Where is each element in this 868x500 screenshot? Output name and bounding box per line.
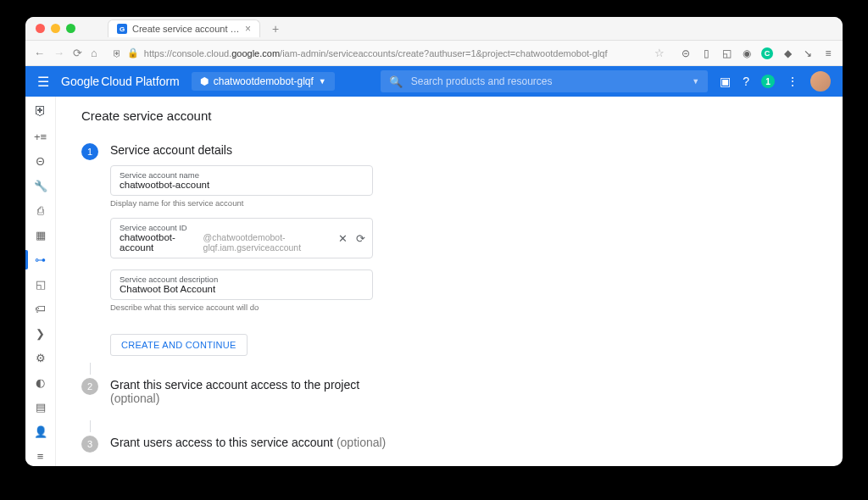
reload-button[interactable]: ⟳ — [73, 47, 82, 59]
browser-tab[interactable]: G Create service account – IAM & × — [108, 19, 260, 37]
page-title: Create service account — [81, 108, 817, 123]
ext-icon[interactable]: C — [761, 47, 773, 59]
service-account-name-field[interactable]: Service account name chatwootbot-account — [110, 165, 373, 196]
tab-title: Create service account – IAM & — [132, 24, 240, 34]
close-window-button[interactable] — [36, 24, 45, 33]
step-connector — [90, 420, 91, 432]
search-input[interactable]: 🔍 Search products and resources ▼ — [381, 70, 708, 92]
field-label: Service account description — [120, 275, 364, 284]
step-1: 1 Service account details Service accoun… — [81, 143, 817, 356]
field-label: Service account name — [120, 170, 364, 180]
window-titlebar: G Create service account – IAM & × + — [25, 17, 843, 41]
cloud-shell-icon[interactable]: ▣ — [720, 75, 731, 88]
gcp-header: ☰ Google Cloud Platform ⬢ chatwootdemobo… — [25, 66, 843, 97]
service-account-id-field[interactable]: Service account ID chatwootbot-account @… — [110, 218, 373, 258]
caret-down-icon: ▼ — [692, 77, 699, 86]
ext-icon[interactable]: ⊝ — [680, 47, 692, 59]
rail-icon[interactable]: ◱ — [33, 278, 48, 291]
rail-icon[interactable]: ≡ — [33, 450, 48, 463]
new-tab-button[interactable]: + — [272, 22, 279, 36]
step-title: Grant users access to this service accou… — [110, 436, 817, 449]
ext-icon[interactable]: ◉ — [741, 47, 753, 59]
maximize-window-button[interactable] — [66, 24, 75, 33]
step-title: Service account details — [110, 143, 373, 157]
traffic-lights — [36, 24, 75, 33]
field-value: chatwootbot-account — [120, 180, 364, 190]
extension-icons: ⊝ ▯ ◱ ◉ C ◆ ↘ ≡ — [680, 47, 834, 59]
shield-icon: ⛨ — [113, 48, 122, 58]
minimize-window-button[interactable] — [51, 24, 60, 33]
step-3[interactable]: 3 Grant users access to this service acc… — [81, 436, 817, 458]
back-button[interactable]: ← — [34, 47, 45, 59]
avatar[interactable] — [810, 71, 831, 92]
more-icon[interactable]: ⋮ — [787, 75, 798, 88]
address-bar: ← → ⟳ ⌂ ⛨ 🔒 https://console.cloud.google… — [25, 41, 843, 66]
content-area: ⛨ +≡ Θ 🔧 ⎙ ▦ ⊶ ◱ 🏷 ❯ ⚙ ◐ ▤ 👤 ≡ ◈ ▯ ⋮⋮ ▷ … — [25, 97, 843, 466]
field-label: Service account ID — [120, 223, 364, 232]
rail-icon[interactable]: ⎙ — [33, 204, 48, 217]
step-number: 1 — [81, 143, 98, 160]
ext-icon[interactable]: ◆ — [782, 47, 793, 59]
home-button[interactable]: ⌂ — [91, 47, 97, 59]
rail-icon[interactable]: Θ — [33, 155, 48, 168]
ext-icon[interactable]: ▯ — [700, 47, 712, 59]
project-icon: ⬢ — [200, 75, 209, 87]
notification-count: 1 — [761, 75, 775, 88]
url-text: https://console.cloud.google.com/iam-adm… — [144, 48, 608, 58]
helper-text: Display name for this service account — [110, 198, 373, 208]
gcp-favicon-icon: G — [117, 24, 127, 34]
field-value: chatwootbot-account @chatwootdemobot-glq… — [120, 232, 364, 253]
left-rail: ⛨ +≡ Θ 🔧 ⎙ ▦ ⊶ ◱ 🏷 ❯ ⚙ ◐ ▤ 👤 ≡ ◈ ▯ ⋮⋮ ▷ — [25, 97, 56, 466]
help-icon[interactable]: ? — [743, 75, 749, 88]
url-field[interactable]: ⛨ 🔒 https://console.cloud.google.com/iam… — [106, 47, 671, 59]
browser-window: G Create service account – IAM & × + ← →… — [25, 17, 843, 466]
search-icon: 🔍 — [389, 75, 403, 88]
refresh-icon[interactable]: ⟳ — [356, 232, 365, 245]
create-and-continue-button[interactable]: CREATE AND CONTINUE — [110, 334, 248, 356]
header-right: ▣ ? 1 ⋮ — [720, 71, 831, 92]
project-selector[interactable]: ⬢ chatwootdemobot-glqf ▼ — [192, 72, 335, 91]
rail-icon[interactable]: +≡ — [33, 131, 48, 143]
menu-icon[interactable]: ☰ — [37, 74, 49, 90]
rail-icon[interactable]: 🏷 — [33, 303, 48, 315]
rail-icon[interactable]: ▦ — [33, 229, 48, 242]
forward-button[interactable]: → — [53, 47, 64, 59]
iam-shield-icon[interactable]: ⛨ — [33, 103, 48, 119]
service-accounts-icon[interactable]: ⊶ — [33, 253, 48, 266]
service-account-description-field[interactable]: Service account description Chatwoot Bot… — [110, 269, 373, 300]
rail-icon[interactable]: ▤ — [33, 401, 48, 414]
step-title: Grant this service account access to the… — [110, 378, 817, 405]
bookmark-star-icon[interactable]: ☆ — [654, 47, 665, 59]
ext-menu-icon[interactable]: ≡ — [822, 47, 834, 59]
rail-icon[interactable]: 👤 — [33, 425, 48, 438]
step-2[interactable]: 2 Grant this service account access to t… — [81, 378, 817, 414]
gcp-logo[interactable]: Google Cloud Platform — [61, 75, 180, 88]
ext-icon[interactable]: ↘ — [802, 47, 814, 59]
rail-icon[interactable]: ❯ — [33, 327, 48, 340]
helper-text: Describe what this service account will … — [110, 303, 373, 312]
field-value: Chatwoot Bot Account — [120, 284, 364, 294]
project-name: chatwootdemobot-glqf — [214, 75, 314, 87]
close-tab-icon[interactable]: × — [245, 23, 251, 35]
step-number: 2 — [81, 378, 98, 395]
step-connector — [90, 363, 91, 375]
ext-icon[interactable]: ◱ — [721, 47, 732, 59]
rail-icon[interactable]: ◐ — [33, 376, 48, 389]
main-content: Create service account 1 Service account… — [56, 97, 843, 466]
caret-down-icon: ▼ — [319, 77, 326, 86]
step-number: 3 — [81, 436, 98, 453]
clear-icon[interactable]: ✕ — [338, 232, 348, 245]
rail-icon[interactable]: ⚙ — [33, 352, 48, 364]
lock-icon: 🔒 — [127, 47, 139, 58]
notifications-button[interactable]: 1 — [761, 75, 775, 88]
search-placeholder: Search products and resources — [411, 75, 553, 87]
rail-icon[interactable]: 🔧 — [33, 180, 48, 192]
